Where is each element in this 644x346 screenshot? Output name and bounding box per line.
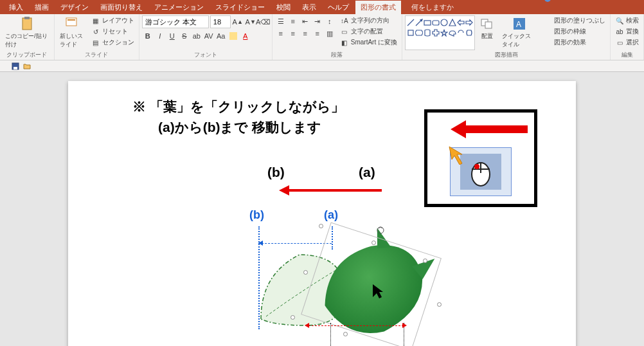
justify-button[interactable]: ≡	[312, 28, 323, 39]
svg-point-32	[377, 227, 384, 233]
select-button[interactable]: ▭選択	[613, 37, 641, 48]
increase-font-button[interactable]: A▲	[232, 16, 244, 28]
section-icon: ▤	[91, 38, 100, 47]
svg-marker-13	[415, 30, 423, 35]
search-icon: 🔍	[615, 16, 624, 25]
svg-point-27	[474, 164, 479, 169]
svg-rect-0	[22, 18, 31, 30]
italic-button[interactable]: I	[154, 30, 166, 42]
tab-review[interactable]: 校閲	[271, 1, 296, 14]
smartart-icon: ◧	[340, 38, 349, 47]
group-editing-label: 編集	[613, 50, 641, 60]
underline-button[interactable]: U	[166, 30, 178, 42]
red-arrowhead-r-icon	[402, 323, 407, 328]
case-button[interactable]: Aa	[215, 30, 227, 42]
reset-button[interactable]: ↺リセット	[89, 26, 136, 37]
find-button[interactable]: 🔍検索	[613, 15, 641, 26]
align-left-button[interactable]: ≡	[275, 28, 287, 39]
bold-button[interactable]: B	[142, 30, 154, 42]
indent-dec-button[interactable]: ⇤	[300, 15, 311, 27]
svg-marker-11	[449, 19, 456, 26]
tab-shape-format[interactable]: 図形の書式	[355, 1, 401, 14]
sel-handle-tl[interactable]	[319, 224, 323, 228]
svg-marker-30	[279, 185, 289, 196]
reset-icon: ↺	[91, 27, 100, 36]
layout-icon: ▦	[91, 16, 100, 25]
sel-handle-tr[interactable]	[423, 259, 427, 263]
quickstyles-button[interactable]: A クイックスタイル	[499, 15, 539, 50]
rotate-handle[interactable]	[377, 226, 384, 234]
section-button[interactable]: ▤セクション	[89, 37, 136, 48]
svg-rect-8	[424, 21, 431, 25]
font-size-select[interactable]	[210, 15, 231, 28]
paste-button[interactable]: このコピー/貼り付け	[3, 15, 51, 50]
replace-icon: ab	[615, 27, 624, 36]
shapes-gallery[interactable]	[405, 15, 475, 50]
svg-point-20	[544, 0, 551, 2]
smartart-button[interactable]: ◧SmartArt に変換	[338, 37, 399, 48]
quickstyles-icon: A	[512, 17, 526, 31]
tab-design[interactable]: デザイン	[55, 1, 94, 14]
svg-point-10	[441, 19, 447, 26]
workspace: ※ 「葉」を「クリックしながら」 (a)から(b)まで 移動します	[0, 72, 644, 346]
arrange-icon	[480, 17, 494, 31]
linespacing-button[interactable]: ↕	[324, 15, 335, 27]
tell-me[interactable]: 何をしますか	[406, 1, 459, 14]
instruction-line1: ※ 「葉」を「クリックしながら」	[132, 96, 344, 117]
mouse-icon	[468, 156, 494, 187]
svg-rect-9	[433, 21, 439, 25]
inset-red-arrow-icon	[451, 119, 528, 140]
click-arrow-icon	[448, 145, 467, 165]
sel-handle-bm[interactable]	[343, 332, 348, 336]
new-slide-button[interactable]: 新しいスライド	[57, 15, 87, 50]
replace-button[interactable]: ab置換	[613, 26, 641, 37]
svg-rect-22	[13, 67, 17, 69]
shadow-button[interactable]: ab	[191, 30, 202, 42]
folder-icon[interactable]	[23, 62, 31, 70]
quick-access-bar	[0, 60, 644, 72]
clipboard-icon	[20, 17, 34, 31]
svg-rect-1	[24, 17, 30, 19]
slide-canvas[interactable]: ※ 「葉」を「クリックしながら」 (a)から(b)まで 移動します	[68, 81, 576, 346]
sel-handle-bl[interactable]	[291, 315, 295, 320]
bullets-button[interactable]: ☰	[275, 15, 287, 27]
tab-transitions[interactable]: 画面切り替え	[95, 1, 148, 14]
columns-button[interactable]: ▥	[324, 28, 335, 39]
sel-handle-ml[interactable]	[303, 270, 308, 275]
inset-illustration	[424, 109, 537, 207]
tab-slideshow[interactable]: スライドショー	[210, 1, 270, 14]
new-slide-icon	[65, 17, 79, 31]
clear-format-button[interactable]: A⌫	[258, 16, 269, 28]
align-center-button[interactable]: ≡	[287, 28, 299, 39]
strike-button[interactable]: S	[179, 30, 190, 42]
sel-handle-tm[interactable]	[371, 241, 376, 245]
layout-button[interactable]: ▦レイアウト	[89, 15, 136, 26]
spacing-button[interactable]: AV	[203, 30, 215, 42]
numbering-button[interactable]: ≡	[287, 15, 299, 27]
selection-box	[293, 219, 447, 346]
text-direction-icon: ↕A	[340, 16, 349, 25]
arrange-button[interactable]: 配置	[478, 15, 497, 42]
tab-help[interactable]: ヘルプ	[323, 1, 354, 14]
text-direction-button[interactable]: ↕A文字列の方向	[338, 15, 399, 26]
indent-inc-button[interactable]: ⇥	[312, 15, 323, 27]
tab-animations[interactable]: アニメーション	[149, 1, 209, 14]
tab-insert[interactable]: 挿入	[4, 1, 28, 14]
font-family-select[interactable]	[142, 15, 209, 28]
tab-view[interactable]: 表示	[297, 1, 321, 14]
text-align-icon: ▭	[340, 27, 349, 36]
red-arrowhead-l-icon	[305, 323, 309, 328]
save-icon[interactable]	[12, 62, 19, 70]
svg-marker-28	[449, 147, 462, 165]
align-right-button[interactable]: ≡	[300, 28, 311, 39]
highlight-button[interactable]	[228, 30, 239, 42]
ribbon: このコピー/貼り付け クリップボード 新しいスライド ▦レイアウト ↺リセット …	[0, 14, 644, 60]
decrease-font-button[interactable]: A▼	[245, 16, 256, 28]
font-color-button[interactable]: A	[240, 30, 251, 42]
tab-draw[interactable]: 描画	[30, 1, 54, 14]
sel-handle-mr[interactable]	[437, 302, 442, 307]
group-paragraph-label: 段落	[275, 50, 399, 60]
text-align-button[interactable]: ▭文字の配置	[338, 26, 399, 37]
shape-effects-button[interactable]: 図形の効果	[541, 37, 607, 48]
label-b-top: (b)	[267, 165, 285, 180]
